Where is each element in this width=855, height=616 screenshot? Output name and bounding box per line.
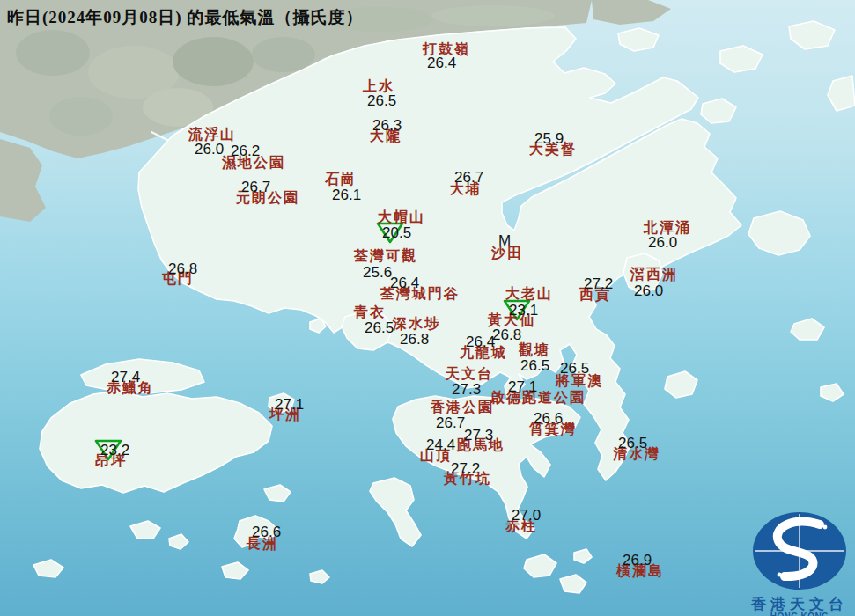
station-value: 26.4 [466,334,495,349]
station-value: 27.2 [584,276,613,291]
station-value: 27.3 [464,428,493,443]
station-value: 23.2 [100,443,129,458]
station-value: 26.3 [372,118,402,133]
station-value: 26.6 [252,524,281,539]
station-value: 26.4 [427,55,456,70]
station-value: 26.0 [648,235,677,250]
station-label: 大老山 [505,287,553,301]
station-value: 26.5 [618,436,647,451]
hko-typhoon-emblem [744,510,855,591]
station-value: 26.1 [332,187,361,202]
station-value: 26.0 [195,142,224,157]
station-value: 26.7 [436,415,465,430]
lantau-island [40,391,272,493]
station-value: 26.5 [560,361,589,376]
station-value: 26.6 [534,411,563,426]
station-label: 觀塘 [519,343,550,357]
station-label: 啟德跑道公園 [490,391,586,405]
station-value: 27.1 [508,379,537,394]
station-value: 26.7 [454,170,483,185]
station-label: 滘西洲 [630,268,678,282]
station-value: 27.2 [451,461,480,476]
station-label: 北潭涌 [644,221,691,235]
hko-logo: 香港天文台 HONG KONG OBSERVATORY [744,510,855,616]
station-label: 石崗 [325,172,357,187]
station-value: 26.5 [520,358,549,373]
station-label: 深水埗 [393,317,440,331]
station-value: 27.4 [111,370,140,385]
station-label: 荃灣可觀 [354,249,417,263]
station-value: 26.7 [241,180,270,194]
station-value: M [498,233,511,248]
station-label: 上水 [363,79,394,93]
station-value: 26.5 [365,320,394,335]
station-value: 26.8 [168,261,197,276]
hko-name-chinese: 香港天文台 [744,597,855,612]
station-value: 23.1 [509,303,538,318]
station-value: 26.8 [400,332,429,347]
station-value: 26.0 [634,283,663,298]
station-value: 27.0 [512,508,541,523]
station-label: 流浮山 [188,128,236,142]
station-value: 27.3 [452,382,481,397]
page-title: 昨日(2024年09月08日) 的最低氣溫（攝氏度） [7,6,363,29]
station-value: 27.1 [275,397,304,412]
station-value: 24.4 [426,437,455,452]
station-label: 大帽山 [378,210,425,224]
station-value: 25.9 [534,131,564,146]
hong-kong-basemap [0,0,855,616]
station-value: 20.5 [382,225,411,240]
station-value: 26.4 [390,275,419,290]
station-value: 26.2 [231,143,260,158]
station-label: 天文台 [446,367,493,381]
station-value: 26.9 [623,553,652,568]
station-value: 26.5 [367,93,396,108]
station-value: 26.8 [492,327,521,342]
station-label: 青衣 [354,305,386,319]
station-value: 25.6 [363,265,392,280]
station-label: 香港公園 [431,400,494,414]
hko-min-temperature-map: 昨日(2024年09月08日) 的最低氣溫（攝氏度） 26.4打鼓嶺26.5上水… [0,0,855,616]
